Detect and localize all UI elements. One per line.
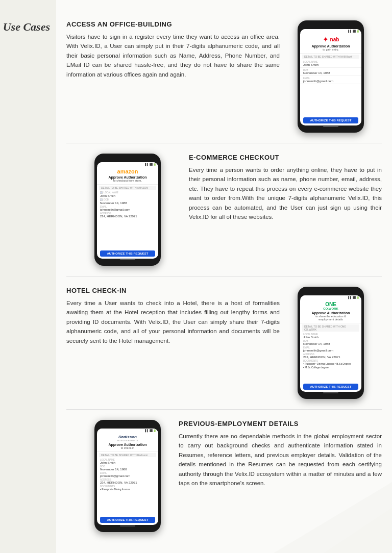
section-access-body: Visitors have to sign in a register ever… — [66, 32, 280, 79]
radisson-field-name: LOCAL NAME John Smith — [97, 458, 158, 465]
radisson-field-dob: DOB November 14, 1988 — [97, 465, 158, 471]
nab-detail-label: DETAIL TO BE SHARED WITH NAB Bank — [302, 55, 359, 59]
nab-approve-subtitle: to gain entry. — [303, 48, 358, 51]
radisson-authorize-btn[interactable]: AUTHORIZE THIS REQUEST — [100, 517, 155, 523]
radisson-brand-label: Radisson — [118, 435, 137, 439]
section-hotel-text: HOTEL CHECK-IN Every time a User wants t… — [66, 287, 280, 399]
phone-amazon: ▌▌ ⬛ 🔋 amazon Approve Authorization to c… — [94, 154, 161, 266]
cowork-field-address: ADDRESS 234, HERNDON, VA 22071 — [300, 353, 361, 359]
phone-notch-cowork — [321, 291, 341, 294]
radisson-field-address: ADDRESS 234, HERNDON, VA 22071 — [97, 478, 158, 485]
cowork-approve-subtitle2: employment details — [303, 318, 358, 321]
phone-home-bar — [300, 125, 361, 129]
section-ecommerce-image: ▌▌ ⬛ 🔋 amazon Approve Authorization to c… — [77, 154, 179, 266]
status-icons-radisson: ▌▌ ⬛ 🔋 — [145, 429, 156, 432]
phone-screen-cowork: ▌▌ ⬛ 🔋 ONE CO.WORK Approve Authorization… — [300, 295, 361, 392]
nab-authorize-btn[interactable]: AUTHORIZE THIS REQUEST — [303, 117, 358, 123]
section-hotel-body: Every time a User wants to check into a … — [66, 298, 280, 345]
amazon-email-row: EMAIL johnsmith@gmail.com — [97, 205, 158, 212]
checkbox-dob: ✓ — [100, 198, 103, 201]
radisson-field-docs: Documents • Passport • Dining license — [97, 485, 158, 491]
phone-nab: ▌▌ ⬛ 🔋 ✦ nab Approve Authorization to ga… — [298, 20, 364, 133]
cowork-field-email: EMAIL johnsmith@gmail.com — [300, 346, 361, 353]
amazon-field-name: ✓ LOCAL NAME — [97, 191, 158, 194]
amazon-authorize-btn[interactable]: AUTHORIZE THIS REQUEST — [100, 250, 155, 257]
cowork-approve-title: Approve Authorization — [303, 311, 358, 315]
phone-home-bar-cowork — [300, 392, 361, 395]
status-icons: ▌▌ ⬛ 🔋 — [348, 30, 359, 33]
sidebar-title: Use Cases — [3, 20, 50, 34]
cowork-authorize-btn[interactable]: AUTHORIZE THIS REQUEST — [303, 384, 358, 390]
nab-approve-title: Approve Authorization — [303, 44, 358, 48]
amazon-address-row: ADDRESS 234, HERNDON, VA 22071 — [97, 212, 158, 218]
section-access-title: ACCESS AN OFFICE-BUILDING — [66, 20, 280, 28]
section-employment: PREVIOUS-EMPLOYMENT DETAILS Currently th… — [66, 410, 382, 542]
cowork-brand-label: CO.WORK — [303, 307, 358, 310]
home-indicator — [323, 126, 338, 127]
amazon-brand-label: amazon — [100, 168, 155, 174]
phone-radisson: ▌▌ ⬛ 🔋 Radisson HOTELS & RESORTS Approve… — [94, 420, 161, 532]
phone-home-bar-radisson — [97, 525, 158, 528]
status-icons-cowork: ▌▌ ⬛ 🔋 — [348, 296, 359, 299]
nab-field-name: LOCAL NAME John Smith — [300, 60, 361, 68]
phone-home-bar-amazon — [97, 259, 158, 262]
nab-field-email: EMAIL johnsmith@gmail.com — [300, 76, 361, 84]
app-header-amazon: amazon Approve Authorization to checkout… — [97, 166, 158, 185]
cowork-one-label: ONE — [325, 301, 336, 307]
amazon-dob-value: November 14, 1988 — [97, 202, 158, 205]
app-header-nab: ✦ nab Approve Authorization to gain entr… — [300, 33, 361, 54]
nab-star-icon: ✦ — [323, 35, 329, 43]
phone-screen-nab: ▌▌ ⬛ 🔋 ✦ nab Approve Authorization to ga… — [300, 29, 361, 125]
section-employment-title: PREVIOUS-EMPLOYMENT DETAILS — [179, 420, 382, 428]
phone-notch — [321, 24, 341, 28]
main-content: ACCESS AN OFFICE-BUILDING Visitors have … — [56, 0, 392, 553]
sidebar: Use Cases — [0, 0, 56, 553]
cowork-field-dob: DOB November 14, 1988 — [300, 339, 361, 346]
status-bar-cowork: ▌▌ ⬛ 🔋 — [300, 295, 361, 299]
section-employment-image: ▌▌ ⬛ 🔋 Radisson HOTELS & RESORTS Approve… — [77, 420, 179, 532]
status-bar: ▌▌ ⬛ 🔋 — [300, 29, 361, 33]
radisson-detail-label: DETAIL TO BE SHARED WITH Radisson — [99, 453, 156, 457]
status-icons-amazon: ▌▌ ⬛ 🔋 — [145, 163, 156, 166]
section-ecommerce: E-COMMERCE CHECKOUT Every time a person … — [66, 143, 382, 276]
section-access-text: ACCESS AN OFFICE-BUILDING Visitors have … — [66, 20, 280, 133]
page-container: Use Cases ACCESS AN OFFICE-BUILDING Visi… — [0, 0, 392, 553]
status-bar-radisson: ▌▌ ⬛ 🔋 — [97, 429, 158, 433]
cowork-field-docs: Documents • Passport • Driving License •… — [300, 359, 361, 369]
status-bar-amazon: ▌▌ ⬛ 🔋 — [97, 162, 158, 166]
phone-notch-amazon — [117, 158, 138, 161]
radisson-approve-subtitle: to check-in — [100, 446, 155, 449]
section-employment-text: PREVIOUS-EMPLOYMENT DETAILS Currently th… — [179, 420, 382, 532]
amazon-field-dob: ✓ DOB — [97, 198, 158, 202]
section-hotel-title: HOTEL CHECK-IN — [66, 287, 280, 294]
section-ecommerce-text: E-COMMERCE CHECKOUT Every time a person … — [189, 154, 382, 266]
section-employment-body: Currently there are no dependable method… — [179, 432, 382, 488]
radisson-approve-title: Approve Authorization — [100, 443, 155, 446]
section-hotel: HOTEL CHECK-IN Every time a User wants t… — [66, 276, 382, 410]
checkbox-name: ✓ — [100, 191, 103, 194]
phone-notch-radisson — [117, 424, 138, 427]
section-hotel-image: ▌▌ ⬛ 🔋 ONE CO.WORK Approve Authorization… — [280, 287, 382, 399]
section-access: ACCESS AN OFFICE-BUILDING Visitors have … — [66, 10, 382, 143]
home-indicator-amazon — [120, 259, 135, 260]
radisson-field-email: EMAIL johnsmith@gmail.com — [97, 471, 158, 478]
amazon-detail-label: DETAIL TO BE SHARED WITH AMAZON — [99, 186, 156, 190]
nab-field-dob: DOB November 14, 1988 — [300, 68, 361, 76]
phone-screen-amazon: ▌▌ ⬛ 🔋 amazon Approve Authorization to c… — [97, 162, 158, 259]
cowork-field-name: LOCAL NAME John Smith — [300, 333, 361, 339]
app-header-radisson: Radisson HOTELS & RESORTS Approve Author… — [97, 433, 158, 452]
home-indicator-radisson — [120, 525, 135, 526]
radisson-hotels-label: HOTELS & RESORTS — [100, 439, 155, 442]
section-ecommerce-body: Every time a person wants to order anyth… — [189, 165, 382, 221]
phone-cowork: ▌▌ ⬛ 🔋 ONE CO.WORK Approve Authorization… — [298, 287, 364, 399]
home-indicator-cowork — [323, 392, 338, 393]
cowork-detail-label: DETAIL TO BE SHARED WITH ONE CO.WORK — [302, 324, 359, 332]
amazon-name-value: John Smith — [97, 194, 158, 198]
section-access-image: ▌▌ ⬛ 🔋 ✦ nab Approve Authorization to ga… — [280, 20, 382, 133]
amazon-approve-subtitle: to checkout from store. — [100, 179, 155, 182]
phone-screen-radisson: ▌▌ ⬛ 🔋 Radisson HOTELS & RESORTS Approve… — [97, 429, 158, 525]
nab-brand-label: nab — [330, 37, 339, 42]
section-ecommerce-title: E-COMMERCE CHECKOUT — [189, 154, 382, 161]
amazon-approve-title: Approve Authorization — [100, 175, 155, 179]
app-header-cowork: ONE CO.WORK Approve Authorization to sha… — [300, 299, 361, 323]
